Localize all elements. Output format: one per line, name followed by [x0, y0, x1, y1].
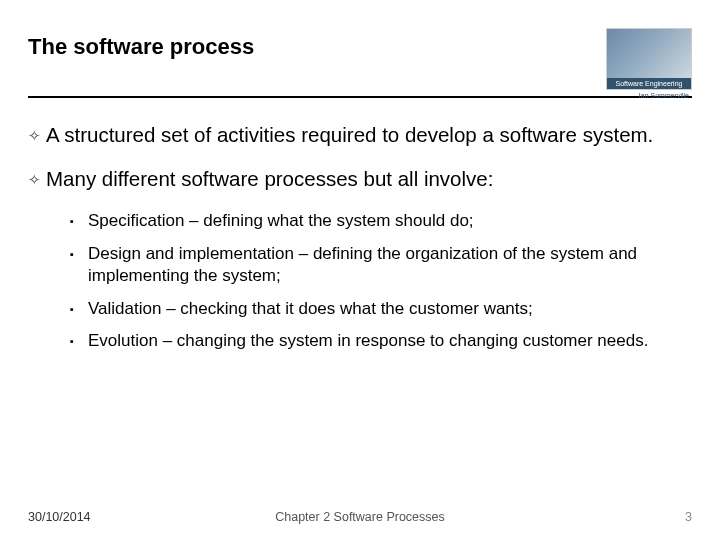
diamond-bullet-icon: ✧ — [28, 122, 46, 145]
header-divider — [28, 96, 692, 98]
book-cover-logo: Software Engineering Ian Sommerville — [606, 28, 692, 90]
sub-bullet-text: Specification – defining what the system… — [88, 210, 692, 232]
square-bullet-icon: ▪ — [70, 210, 88, 229]
footer-chapter: Chapter 2 Software Processes — [0, 510, 720, 524]
sub-bullet-text: Design and implementation – defining the… — [88, 243, 692, 288]
sub-bullet-item: ▪ Specification – defining what the syst… — [70, 210, 692, 232]
logo-band-text: Software Engineering — [607, 78, 691, 89]
sub-bullet-item: ▪ Validation – checking that it does wha… — [70, 298, 692, 320]
sub-bullet-item: ▪ Design and implementation – defining t… — [70, 243, 692, 288]
square-bullet-icon: ▪ — [70, 298, 88, 317]
sub-bullet-text: Evolution – changing the system in respo… — [88, 330, 692, 352]
bullet-text: Many different software processes but al… — [46, 166, 692, 192]
slide: The software process Software Engineerin… — [0, 0, 720, 540]
sub-bullet-text: Validation – checking that it does what … — [88, 298, 692, 320]
slide-footer: 30/10/2014 Chapter 2 Software Processes … — [0, 510, 720, 524]
square-bullet-icon: ▪ — [70, 330, 88, 349]
footer-page-number: 3 — [685, 510, 692, 524]
bullet-item: ✧ Many different software processes but … — [28, 166, 692, 192]
slide-title: The software process — [28, 28, 254, 60]
slide-body: ✧ A structured set of activities require… — [28, 122, 692, 353]
bullet-text: A structured set of activities required … — [46, 122, 692, 148]
sub-bullet-item: ▪ Evolution – changing the system in res… — [70, 330, 692, 352]
sub-bullet-list: ▪ Specification – defining what the syst… — [70, 210, 692, 352]
logo-author-text: Ian Sommerville — [639, 92, 689, 99]
diamond-bullet-icon: ✧ — [28, 166, 46, 189]
footer-date: 30/10/2014 — [28, 510, 91, 524]
bullet-item: ✧ A structured set of activities require… — [28, 122, 692, 148]
square-bullet-icon: ▪ — [70, 243, 88, 262]
header-row: The software process Software Engineerin… — [28, 28, 692, 90]
